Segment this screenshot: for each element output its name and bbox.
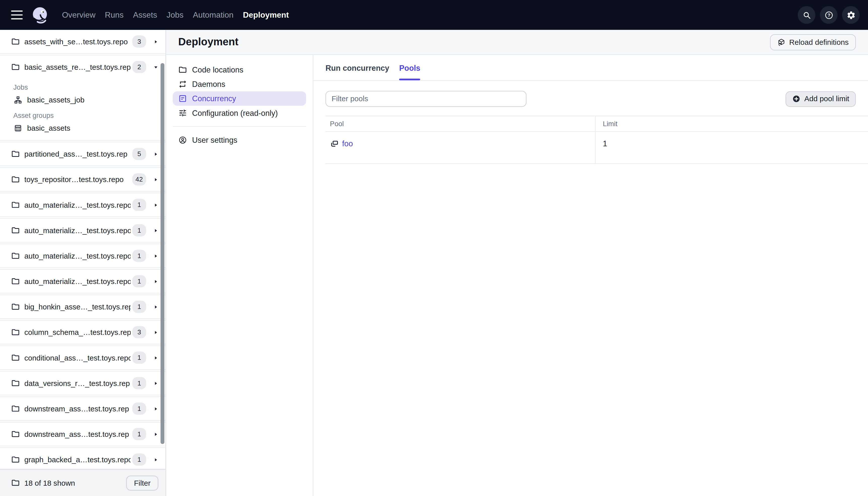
caret-right-icon[interactable] (153, 151, 159, 157)
caret-right-icon[interactable] (153, 304, 159, 310)
settings-nav-label: User settings (192, 136, 237, 144)
repo-row[interactable]: conditional_ass…_test.toys.repo1 (0, 346, 165, 369)
tab-pools[interactable]: Pools (399, 64, 421, 80)
repo-label: data_versions_r…_test.toys.rep (25, 379, 131, 387)
repo-row[interactable]: big_honkin_asse…_test.toys.rep1 (0, 295, 165, 318)
repo-row[interactable]: auto_materializ…_test.toys.repo1 (0, 244, 165, 267)
caret-right-icon[interactable] (153, 227, 159, 233)
page-title: Deployment (178, 36, 770, 48)
settings-nav-code-locations[interactable]: Code locations (173, 62, 306, 77)
main-content: Deployment Reload definitions Co (166, 30, 868, 496)
caret-right-icon[interactable] (153, 406, 159, 412)
folder-icon (11, 175, 20, 184)
settings-nav-concurrency[interactable]: Concurrency (173, 91, 306, 106)
pool-link[interactable]: foo (342, 139, 353, 148)
caret-right-icon[interactable] (153, 38, 159, 45)
settings-nav-configuration-read-only[interactable]: Configuration (read-only) (173, 106, 306, 120)
repo-count-badge: 1 (132, 275, 146, 287)
repo-count-badge: 1 (132, 352, 146, 363)
filter-button[interactable]: Filter (126, 475, 158, 490)
repo-block: conditional_ass…_test.toys.repo1 (0, 345, 165, 370)
settings-nav-daemons[interactable]: Daemons (173, 77, 306, 91)
caret-right-icon[interactable] (153, 380, 159, 386)
repo-row[interactable]: downstream_ass…test.toys.rep1 (0, 422, 165, 446)
repo-count-badge: 1 (132, 403, 146, 415)
folder-icon (11, 303, 20, 311)
caret-right-icon[interactable] (153, 176, 159, 182)
column-header-pool: Pool (326, 116, 596, 131)
repo-count-badge: 3 (132, 326, 146, 338)
gear-button[interactable] (842, 6, 860, 24)
repo-block: column_schema_…test.toys.rep3 (0, 320, 165, 344)
folder-icon (11, 62, 20, 71)
folder-icon (11, 353, 20, 362)
caret-right-icon[interactable] (153, 253, 159, 259)
user-icon (178, 136, 187, 144)
repo-list: assets_with_se…test.toys.repo3basic_asse… (0, 30, 165, 469)
settings-nav-user-settings[interactable]: User settings (173, 133, 306, 147)
repo-count-badge: 1 (132, 199, 146, 211)
repo-row[interactable]: toys_repositor…test.toys.repo42 (0, 168, 165, 191)
nav-item-deployment[interactable]: Deployment (243, 11, 289, 19)
table-row: foo1 (326, 132, 868, 164)
caret-right-icon[interactable] (153, 456, 159, 463)
repo-count-badge: 1 (132, 377, 146, 389)
dagster-logo-icon[interactable] (30, 5, 50, 25)
folder-icon (11, 37, 20, 46)
reload-definitions-button[interactable]: Reload definitions (770, 34, 856, 50)
repo-row[interactable]: basic_assets_re…_test.toys.rep2 (0, 56, 165, 79)
top-nav: OverviewRunsAssetsJobsAutomationDeployme… (0, 0, 868, 30)
caret-right-icon[interactable] (153, 329, 159, 335)
primary-nav: OverviewRunsAssetsJobsAutomationDeployme… (62, 11, 289, 19)
repo-label: conditional_ass…_test.toys.repo (25, 354, 131, 362)
nav-item-automation[interactable]: Automation (193, 11, 233, 19)
repo-expanded-panel: Jobsbasic_assets_jobAsset groupsbasic_as… (0, 79, 165, 140)
concurrency-icon (178, 94, 187, 103)
repo-row[interactable]: data_versions_r…_test.toys.rep1 (0, 372, 165, 395)
search-icon (802, 10, 811, 20)
filter-pools-input[interactable] (326, 91, 526, 107)
search-button[interactable] (798, 6, 815, 24)
folder-icon (11, 430, 20, 438)
caret-right-icon[interactable] (153, 431, 159, 437)
top-nav-actions: ? (798, 6, 860, 24)
repo-label: big_honkin_asse…_test.toys.rep (25, 303, 131, 311)
repo-section-item[interactable]: basic_assets (0, 121, 165, 135)
repo-row[interactable]: column_schema_…test.toys.rep3 (0, 321, 165, 344)
repo-sidebar: assets_with_se…test.toys.repo3basic_asse… (0, 30, 166, 496)
repo-label: auto_materializ…_test.toys.repo (25, 226, 131, 234)
pool-icon (330, 139, 339, 148)
folder-icon (11, 379, 20, 387)
repo-row[interactable]: graph_backed_a…test.toys.repo1 (0, 448, 165, 469)
caret-down-icon[interactable] (153, 64, 159, 70)
reload-cube-icon (777, 38, 786, 46)
daemons-icon (178, 80, 187, 89)
repo-section-item[interactable]: basic_assets_job (0, 93, 165, 107)
repo-count-badge: 3 (132, 35, 146, 48)
add-pool-limit-button[interactable]: Add pool limit (786, 91, 856, 107)
repo-row[interactable]: auto_materializ…_test.toys.repo1 (0, 193, 165, 216)
help-button[interactable]: ? (820, 6, 838, 24)
repo-count-badge: 1 (132, 250, 146, 262)
settings-nav-label: Code locations (192, 65, 243, 74)
repo-row[interactable]: auto_materializ…_test.toys.repo1 (0, 219, 165, 242)
repo-row[interactable]: downstream_ass…test.toys.rep1 (0, 397, 165, 420)
caret-right-icon[interactable] (153, 278, 159, 284)
repo-row[interactable]: partitioned_ass…_test.toys.rep5 (0, 142, 165, 166)
nav-item-overview[interactable]: Overview (62, 11, 95, 19)
repo-block: partitioned_ass…_test.toys.rep5 (0, 142, 165, 166)
nav-item-runs[interactable]: Runs (105, 11, 124, 19)
caret-right-icon[interactable] (153, 202, 159, 208)
settings-nav-label: Configuration (read-only) (192, 109, 278, 117)
caret-right-icon[interactable] (153, 355, 159, 360)
add-pool-limit-label: Add pool limit (804, 95, 849, 103)
nav-item-assets[interactable]: Assets (133, 11, 157, 19)
hamburger-menu-icon[interactable] (11, 10, 23, 20)
nav-item-jobs[interactable]: Jobs (167, 11, 183, 19)
repo-row[interactable]: assets_with_se…test.toys.repo3 (0, 30, 165, 53)
sidebar-scrollbar[interactable] (161, 63, 164, 444)
repo-row[interactable]: auto_materializ…_test.toys.repo1 (0, 270, 165, 293)
tab-run-concurrency[interactable]: Run concurrency (326, 64, 389, 80)
limit-cell: 1 (596, 132, 868, 163)
pool-cell: foo (326, 132, 596, 163)
